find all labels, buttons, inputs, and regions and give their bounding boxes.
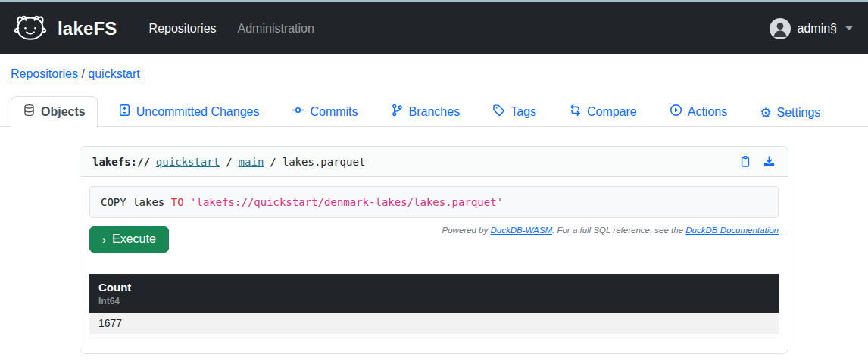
tab-label: Settings — [776, 106, 820, 120]
path-filename: lakes.parquet — [283, 156, 366, 168]
breadcrumb-repositories-link[interactable]: Repositories — [11, 67, 78, 80]
powered-by-text: . For a full SQL reference, see the — [552, 226, 685, 235]
object-viewer-card: lakefs:// quickstart / main / lakes.parq… — [80, 146, 788, 354]
cell-value: 1677 — [98, 317, 122, 329]
powered-by-note: Powered by DuckDB-WASM. For a full SQL r… — [442, 226, 779, 235]
breadcrumb-repo-link[interactable]: quickstart — [88, 67, 139, 80]
object-path-bar: lakefs:// quickstart / main / lakes.parq… — [80, 147, 788, 177]
download-object-button[interactable] — [763, 155, 776, 168]
table-row: 1677 — [89, 313, 779, 334]
breadcrumb: Repositories / quickstart — [0, 54, 868, 81]
tab-label: Objects — [41, 105, 86, 119]
path-separator: / — [226, 156, 232, 168]
user-avatar-icon — [770, 18, 791, 39]
commit-icon — [292, 104, 304, 120]
tab-label: Actions — [688, 105, 727, 119]
database-icon — [23, 104, 36, 120]
sql-token: COPY — [101, 196, 126, 208]
tab-label: Tags — [510, 105, 536, 119]
navbar-links: Repositories Administration — [139, 16, 325, 42]
tag-icon — [492, 104, 505, 120]
navbar: lakeFS Repositories Administration admin… — [0, 2, 868, 54]
tab-compare[interactable]: Compare — [557, 96, 649, 126]
powered-by-text: Powered by — [442, 226, 491, 235]
execute-button[interactable]: ›Execute — [89, 226, 169, 253]
path-separator: / — [270, 156, 276, 168]
execute-label: Execute — [112, 232, 156, 246]
branch-icon — [391, 104, 404, 120]
duckdb-wasm-link[interactable]: DuckDB-WASM — [490, 226, 552, 235]
tab-branches[interactable]: Branches — [379, 96, 473, 126]
brand-name: lakeFS — [58, 18, 117, 39]
duckdb-docs-link[interactable]: DuckDB Documentation — [685, 226, 779, 235]
compare-icon — [569, 104, 582, 120]
tab-settings[interactable]: ⚙ Settings — [748, 98, 832, 126]
duckdb-panel: COPY lakes TO 'lakefs://quickstart/denma… — [80, 177, 788, 353]
user-menu[interactable]: admin§ — [770, 18, 853, 39]
breadcrumb-separator: / — [78, 67, 88, 80]
column-type: Int64 — [98, 296, 770, 306]
gear-icon: ⚙ — [760, 107, 771, 120]
copy-path-button[interactable] — [739, 155, 751, 168]
tab-label: Compare — [587, 105, 637, 119]
sql-token-keyword: TO — [171, 196, 184, 208]
tab-label: Branches — [409, 105, 461, 119]
results-header-cell: Count Int64 — [89, 274, 779, 313]
tab-uncommitted-changes[interactable]: Uncommitted Changes — [106, 96, 272, 126]
play-circle-icon — [670, 104, 682, 120]
execute-row: ›Execute Powered by DuckDB-WASM. For a f… — [89, 225, 779, 253]
tab-label: Commits — [310, 105, 358, 119]
query-results-table: Count Int64 1677 — [89, 274, 779, 334]
chevron-right-icon: › — [102, 234, 106, 245]
path-repo-link[interactable]: quickstart — [156, 156, 220, 168]
object-actions — [739, 155, 776, 168]
sql-query-editor[interactable]: COPY lakes TO 'lakefs://quickstart/denma… — [89, 186, 779, 218]
tab-actions[interactable]: Actions — [657, 96, 739, 126]
nav-item-administration[interactable]: Administration — [227, 16, 325, 42]
nav-item-repositories[interactable]: Repositories — [139, 16, 227, 42]
column-name: Count — [98, 281, 770, 294]
tab-label: Uncommitted Changes — [136, 105, 260, 119]
tab-commits[interactable]: Commits — [279, 96, 370, 126]
path-scheme: lakefs:// — [92, 156, 150, 168]
repository-tabs: Objects Uncommitted Changes Commits — [0, 96, 868, 127]
lakefs-axolotl-logo-icon — [11, 12, 50, 45]
path-ref-link[interactable]: main — [239, 156, 264, 168]
file-diff-icon — [118, 104, 131, 120]
chevron-down-icon — [845, 26, 853, 30]
tab-tags[interactable]: Tags — [480, 96, 548, 126]
lakefs-brand[interactable]: lakeFS — [11, 12, 117, 45]
username: admin§ — [798, 22, 837, 36]
sql-token-string: 'lakefs://quickstart/denmark-lakes/lakes… — [190, 196, 503, 208]
sql-token: lakes — [133, 196, 164, 208]
tab-objects[interactable]: Objects — [11, 96, 98, 127]
object-path: lakefs:// quickstart / main / lakes.parq… — [92, 156, 365, 168]
